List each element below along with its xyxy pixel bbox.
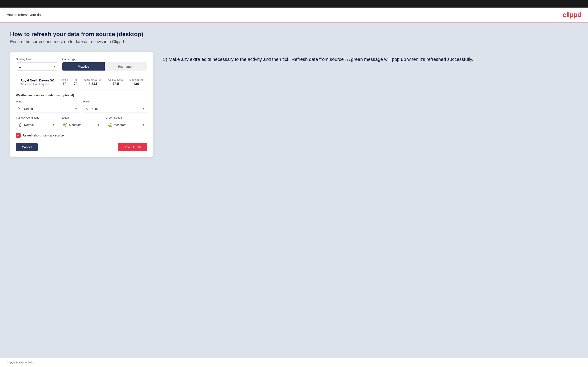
header-title: How to refresh your data (7, 13, 43, 17)
page-heading: How to refresh your data from source (de… (10, 31, 578, 38)
wind-select[interactable]: Strong (16, 105, 80, 113)
game-type-group: Game Type Practice Tournament (62, 58, 147, 71)
starting-hole-select[interactable]: 1 (16, 62, 58, 71)
refresh-checkbox[interactable] (16, 133, 21, 138)
course-location: Westward Ho!, England (20, 83, 61, 86)
rough-label: Rough (61, 116, 102, 119)
stat-slope-rating: Slope rating 134 (129, 78, 143, 86)
main-content: How to refresh your data from source (de… (0, 23, 588, 358)
course-stats: Holes 18 Par 72 Yards/White (M)) 6,744 C… (61, 78, 143, 86)
rough-group: Rough 🌿 Moderate ▼ (61, 116, 102, 129)
wind-label: Wind (16, 100, 80, 103)
copyright: Copyright Clippd 2022 (7, 361, 34, 364)
page-subheading: Ensure the correct and most up to date d… (10, 39, 578, 44)
fairway-group: Fairway Conditions 🏌 Normal ▼ (16, 116, 57, 129)
starting-hole-row: Starting Hole 1 ▼ Game Type Practice Tou… (16, 58, 147, 71)
stat-yards: Yards/White (M)) 6,744 (83, 78, 102, 86)
top-bar (0, 0, 588, 8)
wind-icon: 🌬 (18, 107, 21, 111)
yards-label: Yards/White (M)) (83, 78, 102, 81)
holes-value: 18 (63, 82, 66, 86)
course-rating-label: Course rating (108, 78, 123, 81)
slope-rating-value: 134 (133, 82, 139, 86)
fairway-rough-green-row: Fairway Conditions 🏌 Normal ▼ Rough 🌿 (16, 116, 147, 129)
cancel-button[interactable]: Cancel (16, 143, 38, 151)
course-rating-value: 72.5 (112, 82, 119, 86)
rough-icon: 🌿 (63, 123, 67, 127)
starting-hole-group: Starting Hole 1 ▼ (16, 58, 58, 71)
starting-hole-select-wrapper: 1 ▼ (16, 62, 58, 71)
course-info-box: Royal North Devon GC, Westward Ho!, Engl… (16, 75, 147, 89)
weather-section-label: Weather and course conditions (optional) (16, 94, 147, 97)
wind-rain-row: Wind 🌬 Strong ▼ Rain ☀ None (16, 100, 147, 113)
save-details-button[interactable]: Save Details (118, 143, 147, 151)
wind-select-wrapper: 🌬 Strong ▼ (16, 105, 80, 113)
fairway-select-wrapper: 🏌 Normal ▼ (16, 121, 57, 129)
green-speed-icon: ⛳ (108, 123, 112, 127)
slope-rating-label: Slope rating (129, 78, 143, 81)
par-label: Par (74, 78, 78, 81)
refresh-checkbox-label: Refresh shots from data source (23, 134, 64, 137)
rain-group: Rain ☀ None ▼ (83, 100, 147, 113)
footer: Copyright Clippd 2022 (0, 358, 588, 367)
rain-select[interactable]: None (83, 105, 147, 113)
side-text: 3) Make any extra edits necessary to the… (163, 52, 578, 63)
side-text-content: 3) Make any extra edits necessary to the… (163, 56, 578, 63)
rain-icon: ☀ (85, 107, 88, 111)
fairway-icon: 🏌 (18, 123, 22, 127)
starting-hole-label: Starting Hole (16, 58, 58, 61)
course-name: Royal North Devon GC, (20, 79, 61, 82)
holes-label: Holes (61, 78, 68, 81)
green-speed-select-wrapper: ⛳ Moderate ▼ (106, 121, 147, 129)
par-value: 72 (74, 82, 78, 86)
green-speed-group: Green Speed ⛳ Moderate ▼ (106, 116, 147, 129)
stat-course-rating: Course rating 72.5 (108, 78, 123, 86)
stat-holes: Holes 18 (61, 78, 68, 86)
checkbox-row: Refresh shots from data source (16, 133, 147, 138)
fairway-label: Fairway Conditions (16, 116, 57, 119)
game-type-label: Game Type (62, 58, 147, 61)
logo: clippd (563, 11, 581, 19)
practice-button[interactable]: Practice (62, 62, 105, 71)
wind-group: Wind 🌬 Strong ▼ (16, 100, 80, 113)
header: How to refresh your data clippd (0, 8, 588, 23)
rough-select-wrapper: 🌿 Moderate ▼ (61, 121, 102, 129)
tournament-button[interactable]: Tournament (105, 62, 147, 71)
rain-select-wrapper: ☀ None ▼ (83, 105, 147, 113)
green-speed-label: Green Speed (106, 116, 147, 119)
rain-label: Rain (83, 100, 147, 103)
course-name-block: Royal North Devon GC, Westward Ho!, Engl… (20, 79, 61, 86)
content-row: Starting Hole 1 ▼ Game Type Practice Tou… (10, 52, 578, 157)
stat-par: Par 72 (74, 78, 78, 86)
button-row: Cancel Save Details (16, 143, 147, 151)
yards-value: 6,744 (89, 82, 97, 86)
game-type-buttons: Practice Tournament (62, 62, 147, 71)
form-panel: Starting Hole 1 ▼ Game Type Practice Tou… (10, 52, 153, 157)
